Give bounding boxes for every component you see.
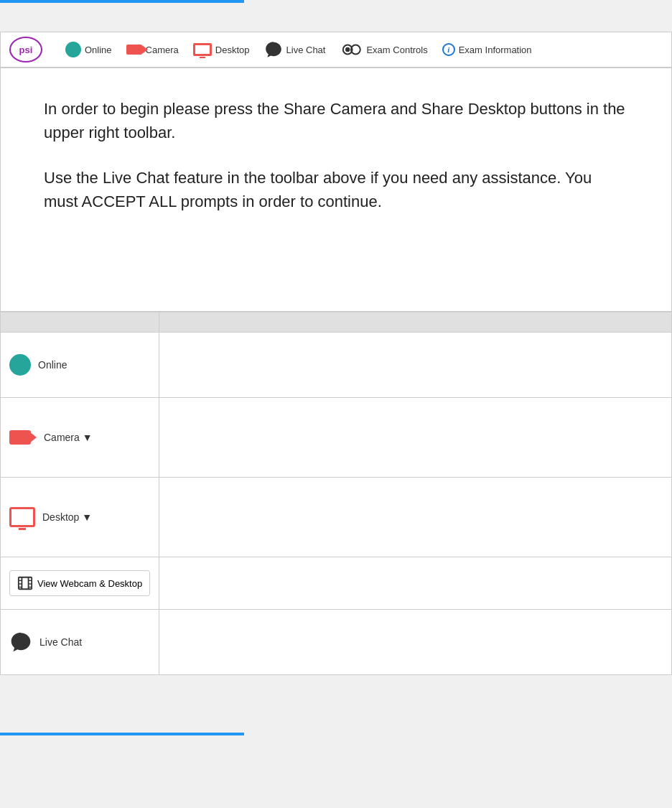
online-content-area [159, 333, 671, 397]
camera-content-cell [159, 398, 672, 478]
desktop-icon [193, 43, 212, 56]
webcam-label-cell: View Webcam & Desktop [1, 557, 159, 610]
toolbar-desktop-label: Desktop [215, 45, 250, 55]
chat-bubble-icon [264, 40, 283, 59]
webcam-label-inner: View Webcam & Desktop [1, 557, 159, 609]
webcam-content-cell [159, 557, 672, 610]
camera-label-cell: Camera ▼ [1, 398, 159, 478]
desktop-row-label: Desktop ▼ [42, 511, 92, 523]
online-row-label: Online [38, 359, 67, 371]
table-row-camera: Camera ▼ [1, 398, 672, 478]
livechat-content-area [159, 610, 671, 674]
camera-icon [126, 45, 142, 55]
online-row-dot-icon [9, 354, 31, 376]
table-header-label-cell [1, 312, 159, 333]
instruction-paragraph-1: In order to begin please press the Share… [44, 97, 628, 144]
view-webcam-desktop-button[interactable]: View Webcam & Desktop [9, 570, 150, 596]
camera-body-icon [126, 45, 142, 55]
toolbar-examcontrols-button[interactable]: Exam Controls [334, 40, 433, 59]
online-label-cell: Online [1, 333, 159, 398]
table-row-online: Online [1, 333, 672, 398]
toolbar-camera-button[interactable]: Camera [121, 45, 185, 55]
exam-controls-icon [340, 40, 363, 59]
desktop-content-area [159, 478, 671, 557]
online-content-cell [159, 333, 672, 398]
table-row-desktop: Desktop ▼ [1, 478, 672, 557]
toolbar-desktop-button[interactable]: Desktop [187, 43, 256, 56]
camera-row-icon [9, 428, 37, 447]
toolbar-online-label: Online [85, 45, 112, 55]
toolbar-examcontrols-label: Exam Controls [366, 45, 427, 55]
camera-row-label: Camera ▼ [44, 432, 93, 443]
livechat-row-label: Live Chat [39, 636, 82, 648]
desktop-row-icon [9, 507, 35, 527]
camera-label-inner: Camera ▼ [1, 415, 159, 460]
psi-logo-icon: psi [9, 37, 42, 62]
toolbar-livechat-label: Live Chat [286, 45, 326, 55]
bottom-spacer [0, 675, 672, 704]
webcam-content-area [159, 562, 671, 605]
svg-point-1 [345, 47, 350, 52]
view-webcam-button-label: View Webcam & Desktop [37, 578, 142, 589]
desktop-content-cell [159, 478, 672, 557]
toolbar-online: Online [60, 42, 118, 57]
camera-content-area [159, 398, 671, 477]
toolbar-camera-label: Camera [146, 45, 179, 55]
livechat-row-icon [9, 631, 32, 654]
film-strip-icon [17, 575, 33, 591]
bottom-blue-line [0, 733, 244, 735]
livechat-label-inner: Live Chat [1, 618, 159, 667]
toolbar: psi Online Camera Desktop Live Chat Exa [0, 32, 672, 68]
camera-row-body-icon [9, 430, 31, 445]
desktop-label-cell: Desktop ▼ [1, 478, 159, 557]
info-icon: i [442, 43, 455, 56]
camera-row-lens-icon [29, 432, 37, 443]
camera-lens-icon [142, 45, 148, 54]
online-label-inner: Online [1, 341, 159, 389]
livechat-content-cell [159, 610, 672, 675]
top-spacer [0, 3, 672, 32]
main-content-area: In order to begin please press the Share… [0, 68, 672, 312]
online-status-icon [65, 42, 81, 57]
toolbar-livechat-button[interactable]: Live Chat [258, 40, 332, 59]
table-row-livechat: Live Chat [1, 610, 672, 675]
brand-logo: psi [9, 37, 42, 62]
instruction-paragraph-2: Use the Live Chat feature in the toolbar… [44, 166, 628, 213]
toolbar-examinfo-label: Exam Information [459, 45, 532, 55]
toolbar-examinfo-button[interactable]: i Exam Information [437, 43, 538, 56]
desktop-label-inner: Desktop ▼ [1, 494, 159, 540]
table-header-row [1, 312, 672, 333]
livechat-label-cell: Live Chat [1, 610, 159, 675]
info-table: Online Camera ▼ Desktop ▼ [0, 312, 672, 675]
table-header-content-cell [159, 312, 672, 333]
table-row-webcam: View Webcam & Desktop [1, 557, 672, 610]
